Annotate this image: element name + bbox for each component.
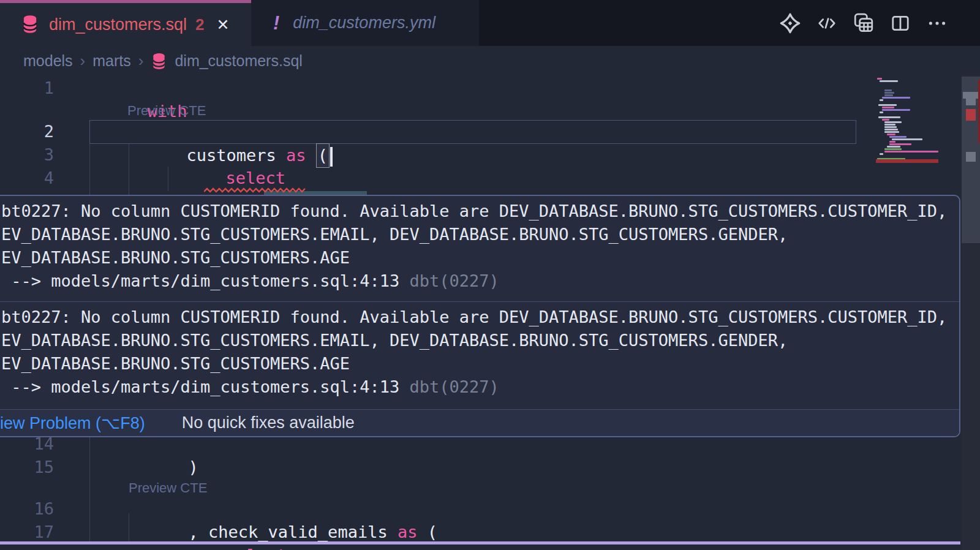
indent-guide bbox=[89, 437, 90, 541]
line-number: 2 bbox=[0, 120, 54, 143]
breadcrumb-item-models[interactable]: models bbox=[23, 52, 73, 70]
code-icon[interactable] bbox=[816, 12, 838, 34]
keyword: select bbox=[227, 546, 287, 550]
panel-divider bbox=[0, 541, 960, 544]
diagnostic-text: EV_DATABASE.BRUNO.STG_CUSTOMERS.EMAIL, D… bbox=[1, 223, 959, 246]
error-squiggle bbox=[204, 187, 306, 194]
line-number: 1 bbox=[0, 77, 54, 100]
breadcrumb-item-marts[interactable]: marts bbox=[92, 52, 131, 70]
matched-bracket: ( bbox=[316, 143, 330, 168]
diagnostic-message: bt0227: No column CUSTOMERID found. Avai… bbox=[0, 301, 959, 409]
duplicate-table-icon[interactable] bbox=[853, 12, 875, 34]
diagnostic-location: --> models/marts/dim_customers.sql:4:13 bbox=[1, 377, 409, 396]
view-problem-link[interactable]: iew Problem (⌥F8) bbox=[0, 413, 145, 433]
diagnostic-location: --> models/marts/dim_customers.sql:4:13 bbox=[1, 271, 409, 290]
codelens-preview-cte[interactable]: Preview CTE bbox=[129, 480, 207, 496]
diagnostic-text: EV_DATABASE.BRUNO.STG_CUSTOMERS.EMAIL, D… bbox=[1, 329, 959, 352]
code-line-17[interactable]: select bbox=[167, 521, 287, 550]
tab-label: dim_customers.sql bbox=[49, 15, 187, 34]
diagnostic-text: EV_DATABASE.BRUNO.STG_CUSTOMERS.AGE bbox=[1, 352, 959, 375]
diagnostic-code: dbt(0227) bbox=[409, 377, 499, 396]
diagnostic-message: bt0227: No column CUSTOMERID found. Avai… bbox=[0, 196, 959, 301]
chevron-right-icon: › bbox=[80, 51, 86, 70]
quick-fix-status: No quick fixes available bbox=[182, 413, 355, 432]
tab-dim-customers-yml[interactable]: ! dim_customers.yml bbox=[251, 0, 479, 46]
code-editor[interactable]: 1 2 3 4 14 15 16 17 with Preview CTE cus… bbox=[0, 75, 980, 550]
codelens-preview-cte[interactable]: Preview CTE bbox=[127, 103, 206, 119]
line-number: 3 bbox=[0, 143, 54, 167]
indent-guide bbox=[89, 143, 90, 195]
popup-status-bar: iew Problem (⌥F8) No quick fixes availab… bbox=[0, 409, 959, 436]
close-icon[interactable]: ✕ bbox=[217, 16, 230, 34]
tab-dim-customers-sql[interactable]: dim_customers.sql 2 ✕ bbox=[0, 0, 251, 46]
more-actions-icon[interactable] bbox=[926, 12, 948, 34]
closing-paren: ) bbox=[189, 458, 198, 477]
ruler-decoration bbox=[966, 152, 976, 162]
tab-problems-count: 2 bbox=[195, 15, 204, 34]
tab-label: dim_customers.yml bbox=[293, 13, 435, 32]
diagnostic-text: bt0227: No column CUSTOMERID found. Avai… bbox=[1, 200, 959, 223]
scrollbar-overview-ruler[interactable] bbox=[962, 75, 980, 550]
opening-paren: ( bbox=[417, 522, 437, 541]
dbt-logo-icon[interactable] bbox=[779, 12, 801, 34]
vscode-editor-window: dim_customers.sql 2 ✕ ! dim_customers.ym… bbox=[0, 0, 980, 550]
split-editor-icon[interactable] bbox=[889, 12, 911, 34]
line-number: 15 bbox=[0, 456, 54, 479]
error-mark-icon: ! bbox=[273, 12, 279, 34]
diagnostic-text: bt0227: No column CUSTOMERID found. Avai… bbox=[1, 306, 959, 329]
database-file-icon bbox=[151, 53, 167, 70]
database-file-icon bbox=[21, 15, 39, 34]
keyword: as bbox=[398, 522, 418, 541]
diagnostic-code: dbt(0227) bbox=[409, 271, 499, 290]
ruler-decoration bbox=[966, 109, 976, 121]
line-number: 16 bbox=[0, 497, 54, 521]
breadcrumb: models › marts › dim_customers.sql bbox=[23, 46, 303, 75]
keyword: as bbox=[286, 146, 306, 165]
line-number: 17 bbox=[0, 521, 54, 544]
text-cursor bbox=[330, 147, 333, 167]
editor-actions bbox=[779, 0, 948, 46]
line-number: 4 bbox=[0, 167, 54, 190]
breadcrumb-item-file[interactable]: dim_customers.sql bbox=[175, 52, 302, 70]
error-hover-popup: bt0227: No column CUSTOMERID found. Avai… bbox=[0, 195, 960, 437]
ruler-decoration bbox=[963, 92, 979, 99]
minimap-error-line bbox=[876, 159, 938, 163]
ruler-decoration bbox=[966, 99, 976, 105]
diagnostic-text: EV_DATABASE.BRUNO.STG_CUSTOMERS.AGE bbox=[1, 246, 959, 269]
chevron-right-icon: › bbox=[138, 51, 144, 70]
tab-bar: dim_customers.sql 2 ✕ ! dim_customers.ym… bbox=[0, 0, 980, 46]
